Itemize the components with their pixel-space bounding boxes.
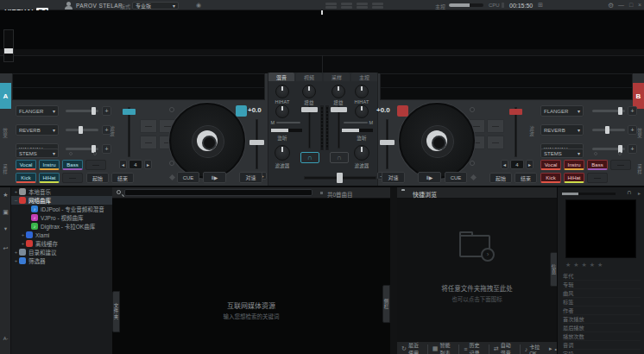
deck-a-fx2-slider[interactable] <box>66 129 98 131</box>
deck-b-cue-button[interactable]: CUE <box>445 172 467 183</box>
deck-a-loop-half[interactable]: ◂ <box>119 160 127 169</box>
filter-icon[interactable]: ▼ <box>0 226 11 231</box>
deck-a-stem-empty[interactable] <box>85 160 106 170</box>
mixer-tab-sampler[interactable]: 采样 <box>324 73 350 81</box>
deck-a-stem-instru[interactable]: Instru <box>39 160 60 170</box>
deck-b-key-badge[interactable] <box>397 105 408 117</box>
deck-b-fx3-slider[interactable] <box>592 148 625 150</box>
deck-a-pad-slot[interactable] <box>140 136 157 149</box>
deck-b-pad-slot[interactable] <box>487 119 504 133</box>
gear-icon[interactable]: ⚙ <box>608 2 614 9</box>
crossfader-handle[interactable] <box>337 173 343 183</box>
close-button[interactable]: × <box>638 2 641 8</box>
tree-item-filters[interactable]: +筛选器 <box>11 256 112 265</box>
deck-b-fx-side-tab[interactable]: 效果 <box>636 117 643 149</box>
deck-b-loop-value[interactable]: 4 <box>510 160 524 169</box>
deck-a-fx1-select[interactable]: FLANGER▾ <box>16 105 59 117</box>
mixer-filter-knob-right[interactable] <box>354 145 369 161</box>
deck-b-stem-empty[interactable] <box>587 173 608 183</box>
record-icon[interactable]: ◉ <box>196 2 201 9</box>
mixer-mini-slider-left[interactable] <box>276 122 300 123</box>
fx-slider-handle[interactable] <box>92 107 96 115</box>
deck-b-stem-vocal[interactable]: Vocal <box>540 160 561 170</box>
quick-browse-dropzone[interactable]: › 将任意文件夹拖拽至此处 也可以点击下面图标 <box>397 199 557 341</box>
deck-a-fx2-select[interactable]: REVERB▾ <box>16 124 59 136</box>
deck-b-filter-handle[interactable] <box>509 109 522 115</box>
shortcut-recent[interactable]: ↻最近使用 <box>397 345 428 354</box>
tree-item-vjpro[interactable]: ♪VJPro - 视频曲库 <box>11 213 112 222</box>
tree-item-digitrax[interactable]: ♪Digitrax - 卡拉OK曲库 <box>11 222 112 231</box>
mixer-send-slider-left[interactable] <box>271 129 302 132</box>
deck-b-play-button[interactable]: Ⅱ▶ <box>418 172 441 183</box>
preview-volume-slider[interactable] <box>562 193 616 195</box>
mixer-send-slider-right[interactable] <box>342 129 373 132</box>
deck-b-fx2-add-button[interactable]: + <box>628 125 637 135</box>
deck-b-fx2-slider[interactable] <box>592 129 625 131</box>
deck-a-sync-button[interactable]: 对速 <box>239 172 262 183</box>
tree-expander[interactable]: + <box>13 189 19 194</box>
tree-item-xiami[interactable]: +Xiami <box>11 231 112 239</box>
deck-b-param-button[interactable] <box>470 161 475 166</box>
deck-a-stem-empty[interactable] <box>62 173 83 183</box>
deck-a-param-button[interactable] <box>169 161 174 166</box>
preview-more-icon[interactable]: ▸ <box>638 190 641 196</box>
artwork-view-icon[interactable]: ▣ <box>0 209 11 216</box>
shortcut-karaoke[interactable]: ♪卡拉OK <box>521 345 546 354</box>
font-size-button[interactable]: A- <box>0 336 11 341</box>
mixer-tab-master[interactable]: 主控 <box>351 73 377 81</box>
deck-a-loop-value[interactable]: 4 <box>129 160 142 169</box>
deck-b-pitch-handle[interactable] <box>380 140 395 145</box>
deck-a-filter-handle[interactable] <box>123 109 136 115</box>
deck-a-cue-button[interactable]: CUE <box>177 172 199 183</box>
deck-b-cue-diamond[interactable] <box>470 174 477 180</box>
deck-b-stems-select[interactable]: STEMS▾ <box>540 149 584 158</box>
sideview-tab[interactable]: 侧栏 <box>382 285 390 323</box>
deck-a-key-badge[interactable] <box>236 105 247 117</box>
deck-b-stem-kick[interactable]: Kick <box>540 173 561 183</box>
deck-a-stem-kick[interactable]: Kick <box>16 173 36 183</box>
deck-b-fx2-select[interactable]: REVERB▾ <box>540 124 584 136</box>
mixer-eq-mid-knob-right[interactable] <box>355 104 369 118</box>
tree-expander[interactable]: + <box>13 258 19 263</box>
tree-expander[interactable]: + <box>20 232 26 237</box>
mixer-tab-video[interactable]: 视频 <box>296 73 322 81</box>
stems-option-dot[interactable] <box>93 152 97 155</box>
deck-a-fx3-slider[interactable] <box>66 148 98 150</box>
deck-b-loop-start-button[interactable]: 起始 <box>489 173 512 183</box>
deck-a-stems-select[interactable]: STEMS▾ <box>16 149 59 158</box>
master-volume-slider[interactable] <box>449 3 483 7</box>
deck-b-tab[interactable]: B <box>633 83 644 109</box>
tree-expander[interactable]: + <box>13 250 19 255</box>
deck-b-stem-instru[interactable]: Instru <box>564 160 584 170</box>
deck-a-stem-vocal[interactable]: Vocal <box>16 160 36 170</box>
deck-a-fx1-slider[interactable] <box>66 110 98 112</box>
shortcut-smartlist[interactable]: ▦智能列表 <box>428 345 459 354</box>
deck-b-jog-wheel[interactable] <box>399 103 475 179</box>
tree-item-local-music[interactable]: +本地音乐 <box>11 187 112 196</box>
headphone-cue-ch1[interactable]: ∩ <box>300 152 319 163</box>
folders-side-tab[interactable]: 文件夹 <box>112 291 120 332</box>
volume-fader-handle-ch2[interactable] <box>331 107 347 112</box>
deck-b-param-button[interactable] <box>470 107 475 112</box>
deck-b-pads-side-tab[interactable]: 采样 <box>636 154 643 185</box>
back-icon[interactable]: ↩ <box>0 245 11 252</box>
deck-b-stem-bass[interactable]: Bass <box>587 160 608 170</box>
fx-slider-handle[interactable] <box>618 107 622 115</box>
deck-a-stem-hihat[interactable]: HiHat <box>39 173 60 183</box>
deck-a-pads-side-tab[interactable]: 采样 <box>2 154 9 185</box>
tree-expander[interactable]: − <box>13 198 19 203</box>
file-list-area[interactable]: 互联网媒体资源 输入您想检索的关键词 <box>112 199 390 354</box>
minimize-button[interactable]: — <box>618 2 624 8</box>
wave-zoom-handle[interactable] <box>4 48 13 54</box>
deck-a-fx-side-tab[interactable]: 效果 <box>2 117 9 149</box>
tree-item-offline-cache[interactable]: +离线缓存 <box>11 239 112 248</box>
user-name[interactable]: PAROV STELAR <box>76 3 123 9</box>
stems-option-dot[interactable] <box>69 152 73 155</box>
deck-a-param-button[interactable] <box>169 107 174 112</box>
shortcut-automix[interactable]: ⇄自动混音 <box>489 345 521 354</box>
deck-a-cue-diamond[interactable] <box>169 174 175 180</box>
mixer-eq-hihat-knob-right[interactable] <box>355 85 369 98</box>
layout-dropdown[interactable]: 专业版 ▾ <box>132 2 179 9</box>
maximize-button[interactable]: □ <box>629 2 633 8</box>
shortcut-history[interactable]: ≡历史记录 <box>459 345 489 354</box>
